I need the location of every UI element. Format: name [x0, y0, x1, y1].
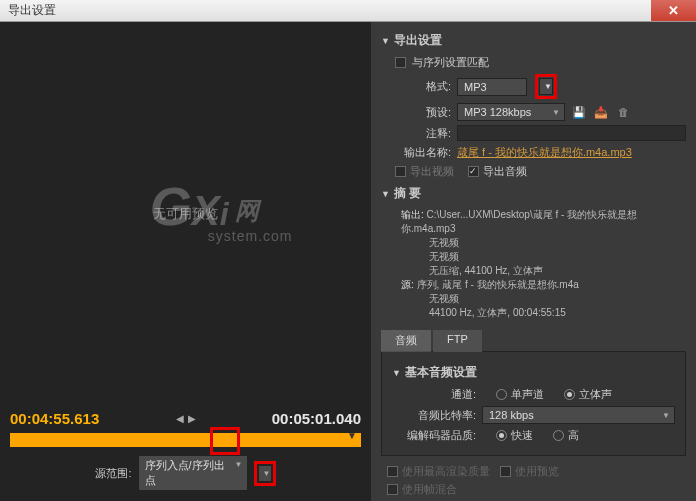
- summary-body: 输出: C:\User...UXM\Desktop\葴尾 f - 我的快乐就是想…: [401, 208, 686, 320]
- format-dropdown[interactable]: MP3: [457, 78, 527, 96]
- use-preview-label: 使用预览: [515, 464, 559, 479]
- preview-panel: 无可用预览 GXi 网 system.com 00:04:55.613 ◀ ▶ …: [0, 22, 371, 501]
- footer: 使用最高渲染质量 使用预览 使用帧混合 估计文件大小: 4 MB 元数据…: [381, 464, 686, 501]
- fast-label: 快速: [511, 428, 533, 443]
- playhead-icon[interactable]: ▼: [347, 430, 357, 441]
- import-preset-icon[interactable]: 📥: [593, 104, 609, 120]
- highlight-box-format: ▼: [535, 74, 557, 99]
- format-value: MP3: [464, 81, 487, 93]
- format-label: 格式:: [395, 79, 451, 94]
- mono-radio[interactable]: [496, 389, 507, 400]
- preset-dropdown[interactable]: MP3 128kbps ▼: [457, 103, 565, 121]
- source-range-label: 源范围:: [95, 466, 131, 481]
- frame-blend-checkbox: [387, 484, 398, 495]
- use-preview-checkbox: [500, 466, 511, 477]
- chevron-down-icon: ▼: [552, 108, 560, 117]
- summary-header[interactable]: ▼ 摘 要: [381, 185, 686, 202]
- source-range-value: 序列入点/序列出点: [145, 458, 229, 488]
- bitrate-value: 128 kbps: [489, 409, 534, 421]
- export-video-checkbox: [395, 166, 406, 177]
- max-render-label: 使用最高渲染质量: [402, 464, 490, 479]
- format-dropdown-arrow[interactable]: ▼: [539, 78, 553, 95]
- highlight-box-timeline: [210, 427, 240, 455]
- basic-audio-header[interactable]: ▼ 基本音频设置: [392, 364, 675, 381]
- stereo-radio[interactable]: [564, 389, 575, 400]
- export-audio-label: 导出音频: [483, 164, 527, 179]
- chevron-down-icon: ▼: [544, 82, 552, 91]
- disclosure-triangle-icon: ▼: [381, 36, 390, 46]
- close-icon: ✕: [668, 3, 679, 18]
- window-title: 导出设置: [8, 2, 56, 19]
- quality-label: 编解码器品质:: [406, 428, 476, 443]
- delete-preset-icon[interactable]: 🗑: [615, 104, 631, 120]
- settings-panel: ▼ 导出设置 与序列设置匹配 格式: MP3 ▼ 预设: MP3 128kbps…: [371, 22, 696, 501]
- chevron-down-icon: ▼: [662, 411, 670, 420]
- highlight-box-range: ▼: [254, 461, 276, 486]
- tab-ftp[interactable]: FTP: [433, 330, 482, 352]
- summary-title: 摘 要: [394, 185, 421, 202]
- bitrate-dropdown[interactable]: 128 kbps ▼: [482, 406, 675, 424]
- window-close-button[interactable]: ✕: [651, 0, 696, 21]
- timeline-track[interactable]: ▼: [10, 433, 361, 447]
- tabs: 音频 FTP: [381, 330, 686, 352]
- match-sequence-label: 与序列设置匹配: [412, 55, 489, 70]
- mono-label: 单声道: [511, 387, 544, 402]
- range-extra-dropdown[interactable]: ▼: [258, 465, 272, 482]
- fast-radio[interactable]: [496, 430, 507, 441]
- chevron-down-icon: ▼: [263, 469, 271, 478]
- audio-tab-panel: ▼ 基本音频设置 通道: 单声道 立体声 音频比特率: 128 kbps ▼: [381, 351, 686, 456]
- export-audio-checkbox[interactable]: [468, 166, 479, 177]
- channels-label: 通道:: [406, 387, 476, 402]
- max-render-checkbox: [387, 466, 398, 477]
- frame-blend-label: 使用帧混合: [402, 482, 457, 497]
- stereo-label: 立体声: [579, 387, 612, 402]
- comment-label: 注释:: [395, 126, 451, 141]
- timecode-in[interactable]: 00:04:55.613: [10, 410, 99, 427]
- fit-icon-2[interactable]: ▶: [188, 413, 196, 424]
- save-preset-icon[interactable]: 💾: [571, 104, 587, 120]
- export-settings-title: 导出设置: [394, 32, 442, 49]
- chevron-down-icon: ▼: [235, 460, 243, 469]
- preset-value: MP3 128kbps: [464, 106, 531, 118]
- bitrate-label: 音频比特率:: [406, 408, 476, 423]
- source-range-dropdown[interactable]: 序列入点/序列出点 ▼: [138, 455, 248, 491]
- timecode-out[interactable]: 00:05:01.040: [272, 410, 361, 427]
- window-titlebar: 导出设置 ✕: [0, 0, 696, 22]
- fit-icon[interactable]: ◀: [176, 413, 184, 424]
- export-settings-header[interactable]: ▼ 导出设置: [381, 32, 686, 49]
- comment-input[interactable]: [457, 125, 686, 141]
- no-preview-text: 无可用预览: [153, 205, 218, 223]
- high-label: 高: [568, 428, 579, 443]
- match-sequence-checkbox[interactable]: [395, 57, 406, 68]
- output-name-label: 输出名称:: [395, 145, 451, 160]
- export-video-label: 导出视频: [410, 164, 454, 179]
- tab-audio[interactable]: 音频: [381, 330, 431, 352]
- high-radio[interactable]: [553, 430, 564, 441]
- basic-audio-title: 基本音频设置: [405, 364, 477, 381]
- preset-label: 预设:: [395, 105, 451, 120]
- disclosure-triangle-icon: ▼: [381, 189, 390, 199]
- disclosure-triangle-icon: ▼: [392, 368, 401, 378]
- output-name-link[interactable]: 葴尾 f - 我的快乐就是想你.m4a.mp3: [457, 145, 632, 160]
